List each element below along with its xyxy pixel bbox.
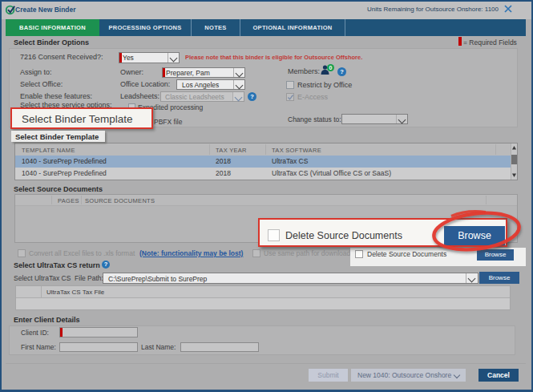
svg-text:0: 0: [329, 65, 333, 71]
